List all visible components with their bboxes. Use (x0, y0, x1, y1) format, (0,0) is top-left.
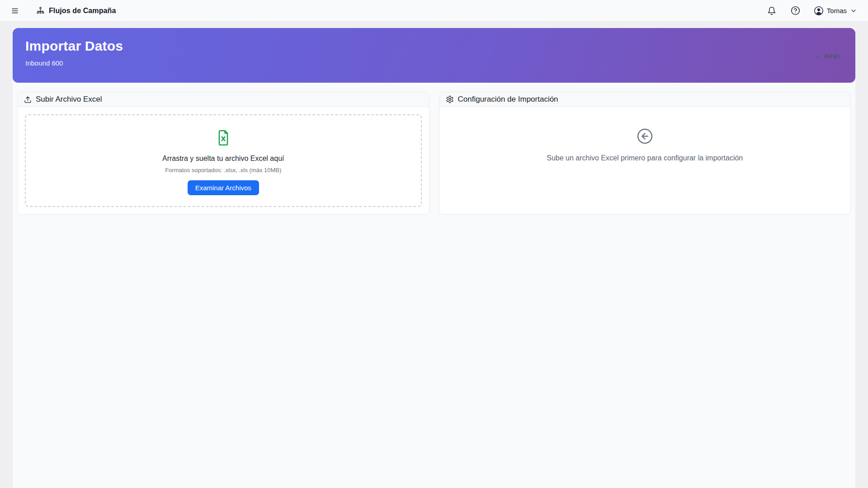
app-title: Flujos de Campaña (49, 7, 116, 15)
dropzone-formats: Formatos soportados: .xlsx, .xls (máx 10… (35, 167, 412, 174)
main-content: Importar Datos Inbound 600 ← Atrás Subir… (13, 28, 855, 488)
menu-icon (11, 7, 19, 15)
menu-button[interactable] (10, 6, 20, 16)
arrow-left-circle-icon (637, 128, 653, 145)
config-card-title: Configuración de Importación (458, 95, 558, 104)
cards-row: Subir Archivo Excel Arrastra y suelta tu… (13, 83, 855, 215)
upload-card-header: Subir Archivo Excel (18, 92, 429, 107)
page-subtitle: Inbound 600 (25, 59, 840, 67)
browse-files-button[interactable]: Examinar Archivos (188, 180, 259, 195)
config-empty-message: Sube un archivo Excel primero para confi… (448, 154, 842, 162)
user-name: Tomas (827, 7, 847, 14)
upload-icon (24, 96, 32, 103)
page-title: Importar Datos (25, 38, 840, 54)
notifications-button[interactable] (766, 5, 777, 16)
excel-file-icon (215, 129, 232, 147)
config-card-header: Configuración de Importación (439, 92, 851, 107)
upload-card-title: Subir Archivo Excel (36, 95, 102, 104)
workflow-icon (36, 6, 45, 15)
dropzone-headline: Arrastra y suelta tu archivo Excel aquí (35, 155, 412, 163)
config-card: Configuración de Importación Sube un arc… (439, 92, 851, 215)
back-link-label: Atrás (824, 52, 840, 59)
user-avatar-icon (814, 6, 824, 16)
user-menu[interactable]: Tomas (814, 6, 857, 16)
topbar-actions: Tomas (766, 5, 857, 16)
help-button[interactable] (790, 5, 801, 16)
upload-card-body: Arrastra y suelta tu archivo Excel aquí … (18, 107, 429, 214)
settings-icon (446, 95, 454, 103)
brand: Flujos de Campaña (36, 6, 116, 15)
bell-icon (767, 6, 776, 15)
arrow-left-icon: ← (814, 52, 821, 59)
excel-dropzone[interactable]: Arrastra y suelta tu archivo Excel aquí … (25, 114, 422, 207)
topbar: Flujos de Campaña (0, 0, 868, 22)
config-empty-state: Sube un archivo Excel primero para confi… (439, 107, 851, 162)
hero-header: Importar Datos Inbound 600 ← Atrás (13, 28, 855, 83)
back-link[interactable]: ← Atrás (814, 52, 840, 59)
help-circle-icon (791, 6, 800, 15)
chevron-down-icon (850, 7, 857, 14)
upload-card: Subir Archivo Excel Arrastra y suelta tu… (17, 92, 429, 215)
